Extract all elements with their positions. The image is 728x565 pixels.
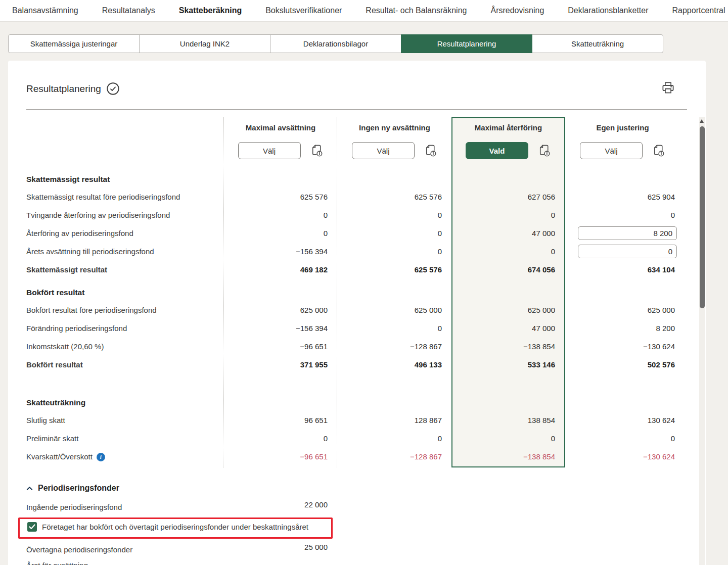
nav-item[interactable]: Skatteberäkning: [179, 6, 242, 15]
cell-value: −130 624: [565, 448, 680, 466]
scrollbar-thumb[interactable]: [700, 126, 705, 308]
cell-value: 128 867: [338, 411, 451, 430]
table-row: Kvarskatt/Överskotti−96 651−128 867−138 …: [26, 448, 680, 466]
cell-value: −156 394: [223, 243, 338, 261]
cell-value: 0: [338, 243, 451, 261]
cell-value: [565, 243, 680, 261]
cell-value: 47 000: [451, 319, 565, 338]
row-label: Skattemässigt resultat: [26, 261, 223, 279]
cell-value: −96 651: [223, 448, 338, 466]
cell-value: 0: [338, 430, 451, 448]
table-row: Ingående periodiseringsfond 22 000: [26, 498, 680, 516]
row-label-clipped: Året för avsättning: [26, 561, 680, 565]
scrollbar-up-arrow[interactable]: [700, 119, 704, 123]
cell-value: 625 904: [565, 188, 680, 206]
row-label: Skattemässigt resultat före periodiserin…: [26, 188, 223, 206]
cell-value: 0: [451, 430, 565, 448]
document-info-icon[interactable]: [652, 144, 665, 158]
column-title: Maximal avsättning: [246, 123, 315, 132]
tab[interactable]: Skatteuträkning: [532, 34, 663, 53]
cell-value: 47 000: [451, 224, 565, 243]
cell-value: 674 056: [451, 261, 565, 279]
section-header: Skattemässigt resultat: [26, 167, 680, 188]
section-header: Bokfört resultat: [26, 279, 680, 301]
row-label: Förändring periodiseringsfond: [26, 319, 223, 338]
section-header: Skatteuträkning: [26, 390, 680, 411]
scenario-column-header: Ingen ny avsättningVälj: [338, 117, 451, 167]
overtagna-checkbox-row: Företaget har bokfört och övertagit peri…: [26, 516, 680, 541]
tab[interactable]: Resultatplanering: [401, 34, 532, 53]
table-row: Årets avsättning till periodiseringsfond…: [26, 243, 680, 261]
resultatplanering-panel: Resultatplanering Maximal avsättningVälj…: [8, 61, 706, 565]
table-row: Skattemässigt resultat469 182625 576674 …: [26, 261, 680, 279]
cell-value: 625 576: [223, 188, 338, 206]
cell-value: −138 854: [451, 338, 565, 356]
table-row: Preliminär skatt0000: [26, 430, 680, 448]
row-label: Bokfört resultat: [26, 356, 223, 374]
cell-value: −128 867: [338, 338, 451, 356]
cell-value: 625 000: [223, 301, 338, 319]
cell-value: 625 000: [565, 301, 680, 319]
tab[interactable]: Deklarationsbilagor: [270, 34, 401, 53]
row-value: 22 000: [223, 498, 338, 516]
cell-value: 502 576: [565, 356, 680, 374]
cell-value: 0: [565, 206, 680, 224]
row-label: Tvingande återföring av periodiseringsfo…: [26, 206, 223, 224]
checkbox-checked[interactable]: [27, 522, 37, 532]
periodiseringsfonder-section: Periodiseringsfonder Ingående periodiser…: [26, 478, 680, 565]
cell-value: 469 182: [223, 261, 338, 279]
valj-button[interactable]: Välj: [580, 142, 643, 159]
valj-button[interactable]: Välj: [238, 142, 301, 159]
print-icon[interactable]: [661, 81, 675, 95]
tab[interactable]: Skattemässiga justeringar: [8, 34, 140, 53]
value-input[interactable]: [578, 226, 677, 240]
checkbox-label: Företaget har bokfört och övertagit peri…: [42, 523, 308, 531]
table-row: Tvingande återföring av periodiseringsfo…: [26, 206, 680, 224]
nav-item[interactable]: Balansavstämning: [12, 6, 78, 15]
cell-value: 533 146: [451, 356, 565, 374]
periodiseringsfonder-toggle[interactable]: Periodiseringsfonder: [26, 478, 680, 498]
nav-item[interactable]: Resultatanalys: [102, 6, 155, 15]
top-navigation: BalansavstämningResultatanalysSkatteberä…: [0, 0, 728, 22]
document-info-icon[interactable]: [537, 144, 551, 158]
cell-value: 0: [565, 430, 680, 448]
column-title: Maximal återföring: [475, 123, 542, 132]
cell-value: 0: [223, 224, 338, 243]
cell-value: 625 576: [338, 261, 451, 279]
cell-value: 138 854: [451, 411, 565, 430]
scenario-column-header: Maximal återföringVald: [451, 117, 565, 167]
nav-item[interactable]: Deklarationsblanketter: [568, 6, 648, 15]
cell-value: −130 624: [565, 338, 680, 356]
cell-value: 0: [338, 206, 451, 224]
table-row: Slutlig skatt96 651128 867138 854130 624: [26, 411, 680, 430]
valj-button[interactable]: Välj: [352, 142, 415, 159]
value-input[interactable]: [578, 245, 677, 258]
info-icon[interactable]: i: [97, 453, 105, 461]
nav-item[interactable]: Rapportcentral: [672, 6, 725, 15]
cell-value: 8 200: [565, 319, 680, 338]
row-label: Bokfört resultat före periodiseringsfond: [26, 301, 223, 319]
row-label: Slutlig skatt: [26, 411, 223, 430]
section-title: Periodiseringsfonder: [38, 484, 119, 493]
cell-value: 496 133: [338, 356, 451, 374]
cell-value: 0: [223, 430, 338, 448]
cell-value: −96 651: [223, 338, 338, 356]
nav-item[interactable]: Resultat- och Balansräkning: [366, 6, 467, 15]
document-info-icon[interactable]: [310, 144, 324, 158]
nav-item[interactable]: Årsredovisning: [490, 6, 544, 15]
nav-item[interactable]: Bokslutsverifikationer: [265, 6, 342, 15]
check-circle-icon: [106, 82, 120, 96]
document-info-icon[interactable]: [424, 144, 437, 158]
vertical-scrollbar[interactable]: [699, 117, 705, 565]
vald-button[interactable]: Vald: [466, 142, 528, 159]
cell-value: 625 576: [338, 188, 451, 206]
tab[interactable]: Underlag INK2: [139, 34, 270, 53]
cell-value: 371 955: [223, 356, 338, 374]
row-label: Återföring av periodiseringsfond: [26, 224, 223, 243]
scenario-table: Maximal avsättningVäljIngen ny avsättnin…: [26, 117, 680, 565]
cell-value: 0: [338, 224, 451, 243]
cell-value: −138 854: [451, 448, 565, 466]
table-row: Skattemässigt resultat före periodiserin…: [26, 188, 680, 206]
page-title: Resultatplanering: [26, 83, 101, 95]
cell-value: 0: [223, 206, 338, 224]
